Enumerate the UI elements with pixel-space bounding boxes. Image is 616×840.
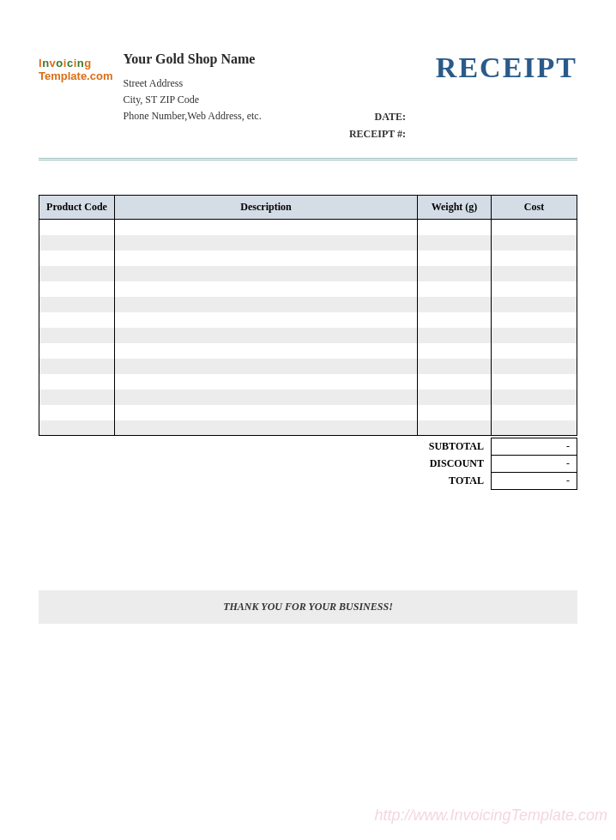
table-row: [39, 312, 577, 328]
cell-weight: [418, 328, 492, 343]
cell-cost: [492, 266, 577, 281]
shop-info: Your Gold Shop Name Street Address City,…: [123, 51, 261, 125]
cell-code: [39, 220, 115, 235]
cell-code: [39, 281, 115, 297]
cell-code: [39, 328, 115, 343]
cell-code: [39, 390, 115, 405]
receipt-title: RECEIPT: [436, 51, 577, 84]
table-row: [39, 266, 577, 281]
subtotal-value: -: [492, 438, 577, 456]
total-label: TOTAL: [418, 473, 492, 490]
table-row: [39, 297, 577, 312]
shop-address: Street Address City, ST ZIP Code Phone N…: [123, 76, 261, 125]
logo: Invoicing Template.com: [39, 57, 112, 82]
logo-line1: Invoicing: [39, 57, 112, 69]
table-row: [39, 374, 577, 390]
cell-desc: [115, 297, 418, 312]
cell-desc: [115, 312, 418, 328]
th-weight: Weight (g): [418, 196, 492, 220]
cell-code: [39, 359, 115, 374]
table-row: [39, 328, 577, 343]
cell-cost: [492, 281, 577, 297]
header-left: Invoicing Template.com Your Gold Shop Na…: [39, 51, 262, 125]
thank-you-message: THANK YOU FOR YOUR BUSINESS!: [39, 590, 577, 624]
cell-weight: [418, 390, 492, 405]
items-table: Product Code Description Weight (g) Cost: [39, 195, 577, 436]
logo-line2: Template.com: [39, 69, 112, 82]
cell-cost: [492, 251, 577, 266]
cell-code: [39, 343, 115, 359]
th-description: Description: [115, 196, 418, 220]
cell-code: [39, 297, 115, 312]
cell-desc: [115, 220, 418, 235]
table-row: [39, 405, 577, 420]
table-row: [39, 343, 577, 359]
city-state-zip: City, ST ZIP Code: [123, 92, 261, 108]
cell-cost: [492, 374, 577, 390]
receipt-no-label: RECEIPT #:: [349, 125, 406, 142]
table-row: [39, 235, 577, 251]
th-cost: Cost: [492, 196, 577, 220]
cell-desc: [115, 374, 418, 390]
cell-weight: [418, 281, 492, 297]
cell-weight: [418, 235, 492, 251]
cell-desc: [115, 281, 418, 297]
shop-name: Your Gold Shop Name: [123, 51, 261, 67]
cell-cost: [492, 390, 577, 405]
cell-code: [39, 235, 115, 251]
cell-desc: [115, 359, 418, 374]
table-row: [39, 359, 577, 374]
cell-code: [39, 374, 115, 390]
table-row: [39, 220, 577, 235]
street-address: Street Address: [123, 76, 261, 92]
total-row: TOTAL -: [418, 473, 577, 490]
cell-desc: [115, 343, 418, 359]
cell-weight: [418, 420, 492, 436]
cell-weight: [418, 297, 492, 312]
cell-desc: [115, 251, 418, 266]
cell-cost: [492, 312, 577, 328]
cell-desc: [115, 390, 418, 405]
discount-row: DISCOUNT -: [418, 456, 577, 473]
totals-table: SUBTOTAL - DISCOUNT - TOTAL -: [418, 438, 578, 490]
cell-desc: [115, 328, 418, 343]
table-row: [39, 251, 577, 266]
cell-weight: [418, 405, 492, 420]
subtotal-row: SUBTOTAL -: [418, 438, 577, 456]
date-label: DATE:: [349, 108, 406, 125]
cell-code: [39, 420, 115, 436]
table-row: [39, 420, 577, 436]
cell-cost: [492, 420, 577, 436]
table-row: [39, 390, 577, 405]
cell-weight: [418, 251, 492, 266]
cell-weight: [418, 266, 492, 281]
table-header-row: Product Code Description Weight (g) Cost: [39, 196, 577, 220]
cell-code: [39, 251, 115, 266]
subtotal-label: SUBTOTAL: [418, 438, 492, 456]
cell-weight: [418, 359, 492, 374]
cell-weight: [418, 374, 492, 390]
cell-code: [39, 405, 115, 420]
th-product-code: Product Code: [39, 196, 115, 220]
cell-cost: [492, 235, 577, 251]
cell-weight: [418, 312, 492, 328]
cell-cost: [492, 359, 577, 374]
cell-code: [39, 266, 115, 281]
cell-desc: [115, 266, 418, 281]
cell-desc: [115, 405, 418, 420]
watermark: http://www.InvoicingTemplate.com: [375, 807, 607, 825]
contact-line: Phone Number,Web Address, etc.: [123, 108, 261, 124]
discount-value: -: [492, 456, 577, 473]
discount-label: DISCOUNT: [418, 456, 492, 473]
cell-cost: [492, 328, 577, 343]
divider: [39, 158, 577, 160]
cell-weight: [418, 343, 492, 359]
table-row: [39, 281, 577, 297]
cell-cost: [492, 297, 577, 312]
cell-cost: [492, 343, 577, 359]
cell-code: [39, 312, 115, 328]
cell-cost: [492, 220, 577, 235]
cell-desc: [115, 420, 418, 436]
meta-labels: DATE: RECEIPT #:: [349, 108, 406, 143]
cell-desc: [115, 235, 418, 251]
